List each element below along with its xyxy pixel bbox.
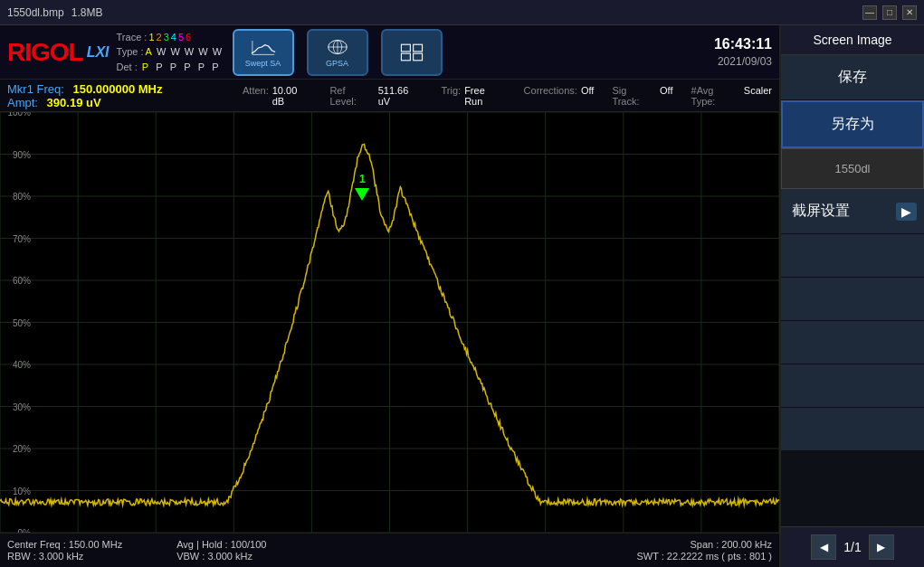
empty-btn-4[interactable] — [781, 364, 924, 408]
ref-val: 511.66 uV — [378, 85, 424, 107]
corr-val: Off — [581, 85, 594, 107]
avg-hold: Avg | Hold : 100/100 — [176, 539, 266, 550]
det-6: P — [206, 60, 218, 75]
empty-btn-1[interactable] — [781, 234, 924, 278]
trig-label: Trig: — [442, 85, 462, 107]
date-display: 2021/09/03 — [714, 54, 772, 70]
mkr-freq-label: Mkr1 Freq: — [7, 82, 64, 96]
screen-settings-label: 截屏设置 — [792, 202, 850, 221]
type-1: A — [146, 44, 152, 60]
corr-label: Corrections: — [524, 85, 577, 107]
span-group: Span : 200.00 kHz SWT : 22.2222 ms ( pts… — [636, 539, 772, 562]
type-3: W — [167, 44, 179, 60]
svg-rect-6 — [401, 44, 410, 52]
det-5: P — [193, 60, 205, 75]
trace-num-5: 5 — [178, 30, 184, 45]
det-4: P — [178, 60, 190, 75]
page-info: 1/1 — [843, 540, 861, 554]
det-1: P — [142, 60, 148, 75]
right-panel: Screen Image 保存 另存为 1550dl 截屏设置 ▶ ◀ 1/1 … — [779, 25, 924, 567]
vbw: VBW : 3.000 kHz — [176, 551, 266, 562]
trace-num-2: 2 — [157, 30, 162, 45]
pagination: ◀ 1/1 ▶ — [781, 526, 924, 567]
type-label: Type : — [117, 44, 144, 60]
center-freq-group: Center Freq : 150.00 MHz RBW : 3.000 kHz — [7, 539, 122, 562]
avg-group: Avg | Hold : 100/100 VBW : 3.000 kHz — [176, 539, 266, 562]
type-2: W — [154, 44, 166, 60]
empty-btn-2[interactable] — [781, 278, 924, 321]
gpsa-icon — [325, 37, 350, 57]
atten-label: Atten: — [243, 85, 269, 107]
gpsa-btn[interactable]: GPSA — [307, 29, 368, 76]
screen-settings-button[interactable]: 截屏设置 ▶ — [781, 189, 924, 234]
right-spacer — [781, 451, 924, 526]
trace-num-4: 4 — [171, 30, 176, 45]
type-6: W — [210, 44, 222, 60]
close-btn[interactable]: ✕ — [902, 5, 917, 20]
marker-info: Mkr1 Freq: 150.000000 MHz Ampt: 390.19 u… — [7, 82, 224, 109]
avg-val: Scaler — [744, 85, 772, 107]
statusbar: Center Freq : 150.00 MHz RBW : 3.000 kHz… — [0, 533, 779, 567]
topbar: RIGOL LXI Trace : 1 2 3 4 5 6 Type : A W — [0, 25, 779, 80]
type-4: W — [182, 44, 194, 60]
det-3: P — [165, 60, 176, 75]
sigtrack-val: Off — [660, 85, 672, 107]
span: Span : 200.00 kHz — [636, 539, 772, 550]
right-arrow-icon: ▶ — [896, 203, 917, 221]
mkr-ampt-label: Ampt: — [7, 96, 38, 109]
trace-info: Trace : 1 2 3 4 5 6 Type : A W W W W W — [117, 30, 225, 75]
screen-image-title: Screen Image — [781, 25, 924, 55]
empty-btn-3[interactable] — [781, 321, 924, 364]
filename-display: 1550dl — [781, 148, 924, 189]
logo-area: RIGOL LXI — [7, 38, 110, 67]
settings-info2: Sig Track: Off #Avg Type: Scaler — [612, 85, 772, 107]
grid-icon — [399, 43, 424, 62]
measbar: Mkr1 Freq: 150.000000 MHz Ampt: 390.19 u… — [0, 80, 779, 112]
titlebar-left: 1550dl.bmp 1.8MB — [7, 6, 102, 19]
trig-val: Free Run — [464, 85, 505, 107]
spectrum-chart — [0, 112, 779, 533]
det-label: Det : — [117, 60, 140, 75]
center-freq: Center Freq : 150.00 MHz — [7, 539, 122, 550]
save-button[interactable]: 保存 — [781, 55, 924, 100]
swept-sa-label: Swept SA — [245, 59, 281, 68]
type-5: W — [195, 44, 207, 60]
titlebar-controls[interactable]: — □ ✕ — [862, 5, 917, 20]
svg-rect-9 — [413, 53, 422, 61]
time-area: 16:43:11 2021/09/03 — [714, 34, 772, 70]
gpsa-label: GPSA — [326, 59, 348, 68]
titlebar: 1550dl.bmp 1.8MB — □ ✕ — [0, 0, 924, 25]
svg-rect-7 — [413, 44, 422, 52]
chart-area: 1 — [0, 112, 779, 533]
rigol-logo: RIGOL — [7, 38, 83, 67]
avg-label: #Avg Type: — [691, 85, 740, 107]
rbw: RBW : 3.000 kHz — [7, 551, 122, 562]
empty-btn-5[interactable] — [781, 408, 924, 451]
menu-btn[interactable] — [381, 29, 443, 76]
title-filename: 1550dl.bmp — [7, 6, 64, 19]
swt: SWT : 22.2222 ms ( pts : 801 ) — [636, 551, 772, 562]
settings-info: Atten: 10.00 dB Ref Level: 511.66 uV Tri… — [243, 85, 594, 107]
trace-num-3: 3 — [164, 30, 169, 45]
minimize-btn[interactable]: — — [862, 5, 877, 20]
prev-page-btn[interactable]: ◀ — [811, 534, 836, 560]
time-display: 16:43:11 — [714, 34, 772, 54]
instrument-area: RIGOL LXI Trace : 1 2 3 4 5 6 Type : A W — [0, 25, 779, 567]
trace-num-1: 1 — [148, 30, 154, 45]
next-page-btn[interactable]: ▶ — [869, 534, 894, 560]
swept-sa-icon — [251, 37, 276, 57]
trace-label: Trace : — [117, 30, 148, 45]
det-2: P — [150, 60, 162, 75]
lxi-logo: LXI — [87, 44, 110, 61]
save-as-button[interactable]: 另存为 — [781, 100, 924, 148]
main-layout: RIGOL LXI Trace : 1 2 3 4 5 6 Type : A W — [0, 25, 924, 567]
swept-sa-btn[interactable]: Swept SA — [233, 29, 294, 76]
maximize-btn[interactable]: □ — [882, 5, 897, 20]
ref-label: Ref Level: — [329, 85, 374, 107]
mkr-ampt-value: 390.19 uV — [47, 96, 101, 109]
atten-val: 10.00 dB — [272, 85, 312, 107]
sigtrack-label: Sig Track: — [612, 85, 656, 107]
title-filesize: 1.8MB — [71, 6, 103, 19]
trace-num-6: 6 — [186, 30, 191, 45]
mkr-freq-value: 150.000000 MHz — [72, 82, 162, 96]
